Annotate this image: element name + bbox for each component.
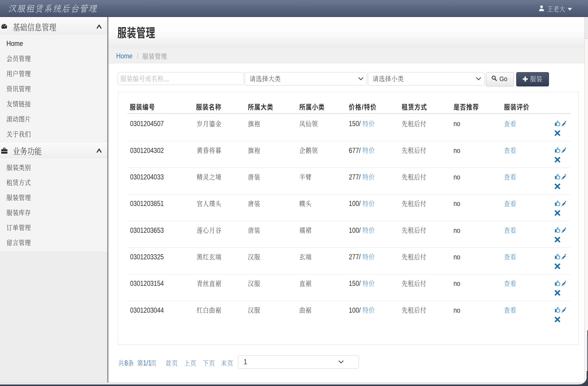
svg-text:100/: 100/ (349, 226, 361, 234)
svg-text:150/: 150/ (349, 280, 361, 287)
svg-text:8: 8 (125, 359, 128, 367)
svg-text:no: no (454, 280, 461, 287)
svg-text:0301204507: 0301204507 (130, 120, 164, 128)
svg-text:Home: Home (7, 40, 23, 47)
svg-text:Go: Go (500, 75, 508, 83)
svg-text:no: no (454, 306, 461, 314)
svg-text:no: no (454, 253, 461, 261)
svg-text:277/: 277/ (349, 253, 361, 261)
svg-text:no: no (454, 147, 461, 154)
svg-text:/: / (362, 103, 364, 111)
svg-text:100/: 100/ (349, 306, 361, 314)
svg-text:no: no (454, 173, 461, 181)
svg-text:0301203653: 0301203653 (130, 226, 164, 234)
svg-text:Home: Home (116, 52, 133, 60)
svg-text:no: no (454, 200, 461, 207)
svg-text:no: no (454, 120, 461, 128)
svg-text:100/: 100/ (349, 200, 361, 207)
svg-text:no: no (454, 226, 461, 234)
svg-text:150/: 150/ (349, 120, 361, 128)
svg-text:1/1: 1/1 (143, 359, 151, 367)
svg-text:0301204302: 0301204302 (130, 147, 164, 154)
svg-text:1: 1 (244, 358, 247, 366)
svg-text:0301203044: 0301203044 (130, 306, 164, 314)
svg-text:0301204033: 0301204033 (130, 173, 164, 181)
svg-text:0301203851: 0301203851 (130, 200, 164, 207)
svg-text:0301203154: 0301203154 (130, 280, 164, 287)
svg-text:277/: 277/ (349, 173, 361, 181)
svg-text:...: ... (164, 75, 169, 83)
svg-text:/: / (137, 52, 139, 60)
svg-text:0301203325: 0301203325 (130, 253, 164, 261)
svg-text:677/: 677/ (349, 147, 361, 154)
